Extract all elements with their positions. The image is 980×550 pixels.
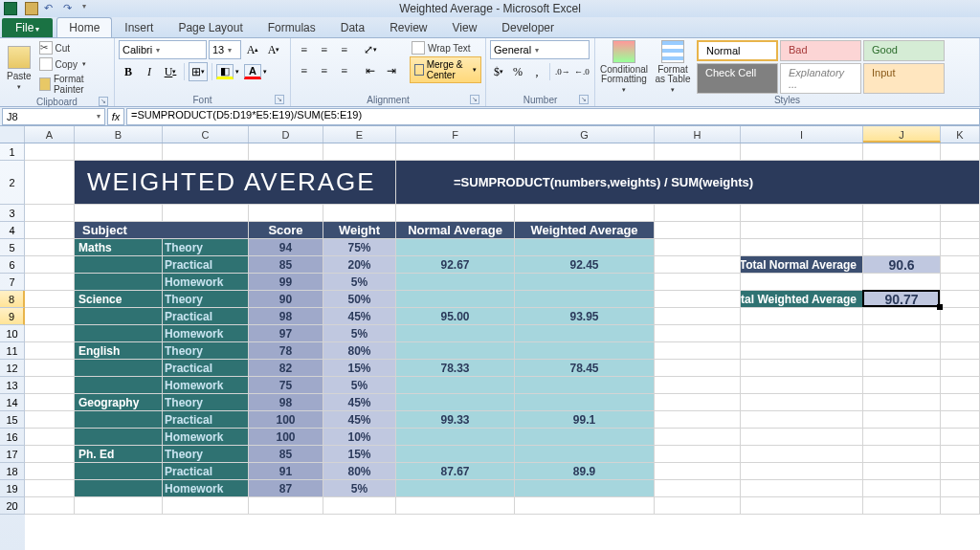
cell-J19[interactable] [863,480,941,496]
score-cell[interactable]: 100 [249,411,323,428]
col-header-I[interactable]: I [741,126,863,143]
cell-H13[interactable] [655,377,741,393]
type-cell[interactable]: Homework [163,480,249,496]
comma-button[interactable]: , [528,62,546,81]
cell-grid[interactable]: WEIGHTED AVERAGE=SUMPRODUCT(numbers,weig… [25,143,980,550]
cell-I13[interactable] [741,377,863,393]
row-header-16[interactable]: 16 [0,429,25,446]
cell-H15[interactable] [655,411,741,428]
weighted-avg-cell[interactable]: 78.45 [515,360,655,376]
dialog-launcher-icon[interactable]: ↘ [275,95,284,104]
weighted-avg-cell[interactable] [515,394,655,410]
type-cell[interactable]: Homework [163,429,249,445]
row-header-15[interactable]: 15 [0,411,25,429]
cell-A20[interactable] [25,497,75,514]
cell-K8[interactable] [941,291,980,307]
style-check-cell[interactable]: Check Cell [697,63,778,94]
style-bad[interactable]: Bad [780,40,861,61]
cell-F1[interactable] [396,143,515,160]
cell-D20[interactable] [249,497,323,514]
weighted-avg-cell[interactable] [515,239,655,255]
cell-I11[interactable] [741,342,863,359]
score-cell[interactable]: 98 [249,308,323,324]
score-cell[interactable]: 99 [249,274,323,290]
banner-title-cell[interactable]: WEIGHTED AVERAGE [75,161,396,204]
weight-cell[interactable]: 45% [323,394,396,410]
style-normal[interactable]: Normal [697,40,778,61]
number-format-combo[interactable]: General▾ [490,40,590,59]
tab-review[interactable]: Review [377,17,439,37]
normal-avg-cell[interactable]: 95.00 [396,308,515,324]
cell-I10[interactable] [741,325,863,341]
align-left-button[interactable]: ≡ [295,61,314,80]
align-middle-button[interactable]: ≡ [315,40,334,59]
row-header-18[interactable]: 18 [0,463,25,480]
cell-D1[interactable] [249,143,323,160]
weight-cell[interactable]: 5% [323,480,396,496]
weight-cell[interactable]: 5% [323,274,396,290]
subject-cell[interactable]: Science [75,291,163,307]
cell-E3[interactable] [323,205,396,221]
cell-F3[interactable] [396,205,515,221]
header-subject[interactable]: Subject [75,222,249,238]
subject-cell[interactable] [75,377,163,393]
subject-cell[interactable] [75,308,163,324]
weighted-avg-cell[interactable] [515,325,655,341]
cell-I5[interactable] [741,239,863,255]
style-good[interactable]: Good [863,40,945,61]
cell-H10[interactable] [655,325,741,341]
underline-button[interactable]: U▾ [161,62,180,81]
dropdown-icon[interactable]: ▾ [263,68,267,76]
tab-home[interactable]: Home [56,17,112,37]
weighted-avg-cell[interactable] [515,342,655,359]
cell-C20[interactable] [163,497,249,514]
col-header-G[interactable]: G [515,126,655,143]
banner-formula-cell[interactable]: =SUMPRODUCT(numbers,weights) / SUM(weigh… [396,161,980,204]
row-header-11[interactable]: 11 [0,342,25,360]
row-header-12[interactable]: 12 [0,360,25,377]
cell-I12[interactable] [741,360,863,376]
type-cell[interactable]: Homework [163,274,249,290]
score-cell[interactable]: 82 [249,360,323,376]
normal-avg-cell[interactable] [396,394,515,410]
cell-K4[interactable] [941,222,980,238]
type-cell[interactable]: Practical [163,256,249,273]
weighted-avg-cell[interactable] [515,274,655,290]
cell-H7[interactable] [655,274,741,290]
cell-A13[interactable] [25,377,75,393]
cell-H1[interactable] [655,143,741,160]
align-right-button[interactable]: ≡ [335,61,354,80]
cell-A18[interactable] [25,463,75,479]
tab-data[interactable]: Data [328,17,377,37]
cell-K15[interactable] [941,411,980,428]
copy-button[interactable]: Copy▾ [37,56,110,72]
cell-J15[interactable] [863,411,941,428]
cell-styles-gallery[interactable]: NormalBadGoodCheck CellExplanatory ...In… [697,40,945,94]
cell-H17[interactable] [655,446,741,462]
cell-K12[interactable] [941,360,980,376]
cell-A4[interactable] [25,222,75,238]
cell-J14[interactable] [863,394,941,410]
cell-A14[interactable] [25,394,75,410]
increase-indent-button[interactable]: ⇥ [382,61,401,80]
cell-J17[interactable] [863,446,941,462]
cell-I20[interactable] [741,497,863,514]
header-weighted[interactable]: Weighted Average [515,222,655,238]
weight-cell[interactable]: 80% [323,342,396,359]
normal-avg-cell[interactable] [396,239,515,255]
select-all-corner[interactable] [0,126,25,143]
dialog-launcher-icon[interactable]: ↘ [99,97,108,106]
cell-K13[interactable] [941,377,980,393]
cell-A2[interactable] [25,161,75,204]
cell-K3[interactable] [941,205,980,221]
cell-I1[interactable] [741,143,863,160]
total-normal-label[interactable]: Total Normal Average [741,256,863,273]
save-icon[interactable] [25,2,38,15]
qat-customize-icon[interactable]: ▾ [82,2,96,15]
cell-J3[interactable] [863,205,941,221]
weight-cell[interactable]: 15% [323,446,396,462]
row-header-6[interactable]: 6 [0,256,25,274]
normal-avg-cell[interactable] [396,325,515,341]
subject-cell[interactable] [75,360,163,376]
row-header-10[interactable]: 10 [0,325,25,342]
